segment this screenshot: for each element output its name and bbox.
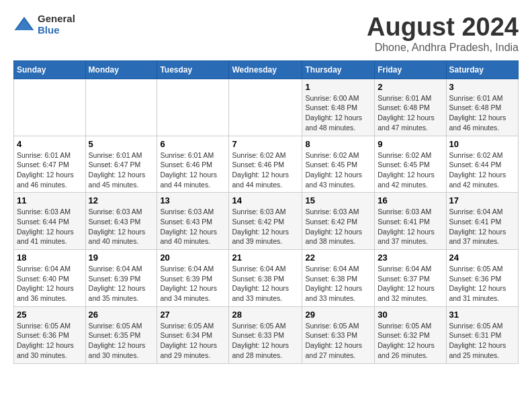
day-number: 18 <box>17 253 83 263</box>
calendar-cell: 2Sunrise: 6:01 AMSunset: 6:48 PMDaylight… <box>375 79 446 136</box>
header-day-wednesday: Wednesday <box>229 60 302 79</box>
day-info: Sunset: 6:41 PM <box>449 217 515 227</box>
day-info: Daylight: 12 hours and 40 minutes. <box>89 227 154 246</box>
day-number: 29 <box>305 310 371 320</box>
day-info: Daylight: 12 hours and 30 minutes. <box>17 340 83 360</box>
day-info: Sunrise: 6:04 AM <box>232 264 299 274</box>
day-number: 13 <box>160 195 226 205</box>
day-number: 16 <box>378 195 443 205</box>
day-number: 8 <box>305 139 371 149</box>
day-info: Sunset: 6:35 PM <box>89 330 154 340</box>
calendar-cell <box>229 79 302 136</box>
day-number: 5 <box>89 139 154 149</box>
day-info: Sunrise: 6:03 AM <box>17 207 83 217</box>
day-info: Daylight: 12 hours and 38 minutes. <box>305 227 371 246</box>
day-info: Daylight: 12 hours and 43 minutes. <box>305 170 371 189</box>
day-info: Sunset: 6:43 PM <box>160 217 226 227</box>
day-number: 7 <box>232 139 299 149</box>
day-info: Sunrise: 6:01 AM <box>160 150 226 161</box>
day-info: Daylight: 12 hours and 29 minutes. <box>160 340 226 360</box>
day-info: Sunset: 6:36 PM <box>17 330 83 340</box>
day-number: 20 <box>160 253 226 263</box>
calendar-week-row: 11Sunrise: 6:03 AMSunset: 6:44 PMDayligh… <box>14 193 519 250</box>
day-info: Daylight: 12 hours and 31 minutes. <box>449 283 515 303</box>
day-number: 2 <box>378 82 443 92</box>
day-info: Daylight: 12 hours and 39 minutes. <box>232 227 299 246</box>
calendar-week-row: 18Sunrise: 6:04 AMSunset: 6:40 PMDayligh… <box>14 250 519 307</box>
day-info: Sunset: 6:44 PM <box>449 160 515 170</box>
page-header: General Blue August 2024 Dhone, Andhra P… <box>13 13 519 54</box>
day-info: Sunrise: 6:01 AM <box>449 93 515 103</box>
day-number: 1 <box>305 82 371 92</box>
day-info: Sunset: 6:46 PM <box>232 160 299 170</box>
calendar-cell: 26Sunrise: 6:05 AMSunset: 6:35 PMDayligh… <box>85 306 157 363</box>
calendar-cell: 22Sunrise: 6:04 AMSunset: 6:38 PMDayligh… <box>302 250 375 307</box>
calendar-week-row: 1Sunrise: 6:00 AMSunset: 6:48 PMDaylight… <box>14 79 519 136</box>
day-info: Daylight: 12 hours and 46 minutes. <box>449 113 515 132</box>
day-info: Sunset: 6:37 PM <box>378 274 443 284</box>
day-number: 11 <box>17 195 83 205</box>
day-number: 31 <box>449 310 515 320</box>
calendar-cell: 30Sunrise: 6:05 AMSunset: 6:32 PMDayligh… <box>375 306 446 363</box>
day-info: Sunset: 6:47 PM <box>17 160 83 170</box>
header-day-thursday: Thursday <box>302 60 375 79</box>
day-info: Sunset: 6:40 PM <box>17 274 83 284</box>
title-block: August 2024 Dhone, Andhra Pradesh, India <box>367 13 519 54</box>
day-info: Daylight: 12 hours and 47 minutes. <box>378 113 443 132</box>
day-info: Sunset: 6:48 PM <box>378 103 443 113</box>
calendar-cell <box>85 79 157 136</box>
day-info: Sunrise: 6:02 AM <box>305 150 371 161</box>
day-info: Sunrise: 6:03 AM <box>232 207 299 217</box>
calendar-cell: 9Sunrise: 6:02 AMSunset: 6:45 PMDaylight… <box>375 136 446 193</box>
calendar-cell <box>14 79 86 136</box>
day-info: Daylight: 12 hours and 40 minutes. <box>160 227 226 246</box>
day-info: Daylight: 12 hours and 42 minutes. <box>449 170 515 189</box>
header-day-friday: Friday <box>375 60 446 79</box>
header-day-saturday: Saturday <box>446 60 518 79</box>
day-info: Daylight: 12 hours and 32 minutes. <box>378 283 443 303</box>
day-info: Daylight: 12 hours and 28 minutes. <box>232 340 299 360</box>
day-number: 25 <box>17 310 83 320</box>
day-info: Sunset: 6:36 PM <box>449 274 515 284</box>
calendar-cell: 15Sunrise: 6:03 AMSunset: 6:42 PMDayligh… <box>302 193 375 250</box>
calendar-cell: 19Sunrise: 6:04 AMSunset: 6:39 PMDayligh… <box>85 250 157 307</box>
calendar-cell: 29Sunrise: 6:05 AMSunset: 6:33 PMDayligh… <box>302 306 375 363</box>
day-info: Sunset: 6:33 PM <box>305 330 371 340</box>
day-info: Sunset: 6:38 PM <box>232 274 299 284</box>
calendar-table: SundayMondayTuesdayWednesdayThursdayFrid… <box>13 60 519 364</box>
day-info: Sunset: 6:42 PM <box>232 217 299 227</box>
day-info: Sunrise: 6:05 AM <box>449 321 515 331</box>
day-info: Sunset: 6:38 PM <box>305 274 371 284</box>
day-number: 19 <box>89 253 154 263</box>
calendar-cell: 3Sunrise: 6:01 AMSunset: 6:48 PMDaylight… <box>446 79 518 136</box>
calendar-cell: 6Sunrise: 6:01 AMSunset: 6:46 PMDaylight… <box>157 136 229 193</box>
day-info: Daylight: 12 hours and 27 minutes. <box>305 340 371 360</box>
day-number: 24 <box>449 253 515 263</box>
logo-blue: Blue <box>38 25 75 36</box>
page-subtitle: Dhone, Andhra Pradesh, India <box>367 42 519 54</box>
header-day-sunday: Sunday <box>14 60 86 79</box>
day-info: Sunrise: 6:05 AM <box>89 321 154 331</box>
day-info: Sunset: 6:45 PM <box>378 160 443 170</box>
day-number: 12 <box>89 195 154 205</box>
calendar-cell: 12Sunrise: 6:03 AMSunset: 6:43 PMDayligh… <box>85 193 157 250</box>
day-info: Sunrise: 6:01 AM <box>378 93 443 103</box>
header-day-tuesday: Tuesday <box>157 60 229 79</box>
day-number: 14 <box>232 195 299 205</box>
day-info: Sunrise: 6:03 AM <box>305 207 371 217</box>
day-info: Daylight: 12 hours and 41 minutes. <box>17 227 83 246</box>
day-info: Sunrise: 6:05 AM <box>17 321 83 331</box>
logo-general: General <box>38 13 75 25</box>
day-number: 26 <box>89 310 154 320</box>
day-info: Sunrise: 6:01 AM <box>17 150 83 161</box>
day-info: Sunrise: 6:05 AM <box>160 321 226 331</box>
calendar-week-row: 25Sunrise: 6:05 AMSunset: 6:36 PMDayligh… <box>14 306 519 363</box>
calendar-cell: 14Sunrise: 6:03 AMSunset: 6:42 PMDayligh… <box>229 193 302 250</box>
day-info: Daylight: 12 hours and 44 minutes. <box>160 170 226 189</box>
day-info: Sunset: 6:42 PM <box>305 217 371 227</box>
day-info: Sunset: 6:43 PM <box>89 217 154 227</box>
day-number: 23 <box>378 253 443 263</box>
day-info: Sunrise: 6:04 AM <box>160 264 226 274</box>
calendar-cell: 1Sunrise: 6:00 AMSunset: 6:48 PMDaylight… <box>302 79 375 136</box>
calendar-cell: 11Sunrise: 6:03 AMSunset: 6:44 PMDayligh… <box>14 193 86 250</box>
